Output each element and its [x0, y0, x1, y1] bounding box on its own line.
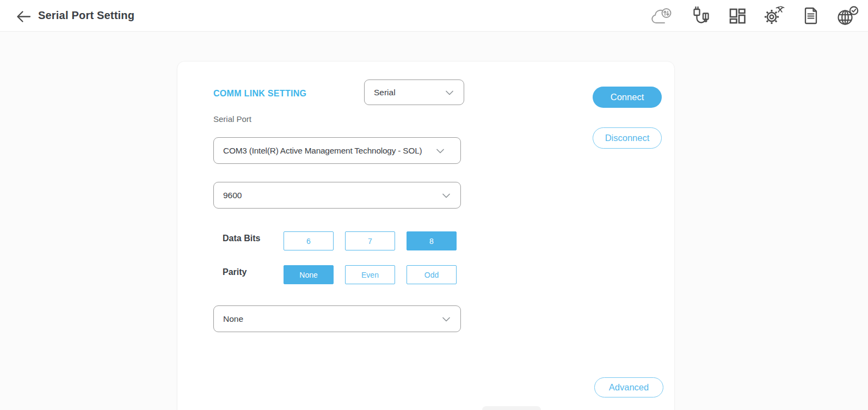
header-bar: Serial Port Setting: [0, 0, 868, 32]
header-icon-toolbar: [650, 0, 859, 32]
globe-network-check-icon[interactable]: [836, 5, 859, 26]
cloud-sync-icon[interactable]: [650, 6, 674, 26]
flow-control-value: None: [223, 314, 243, 324]
serial-port-select[interactable]: COM3 (Intel(R) Active Management Technol…: [213, 137, 461, 164]
data-bits-label: Data Bits: [223, 234, 260, 243]
chevron-down-icon: [436, 149, 444, 154]
baud-rate-select[interactable]: 9600: [213, 182, 461, 209]
document-log-icon[interactable]: [802, 6, 820, 26]
back-arrow-icon: [16, 10, 31, 23]
data-bits-option-8[interactable]: 8: [407, 231, 457, 250]
comm-link-setting-label: COMM LINK SETTING: [213, 89, 306, 99]
page-title: Serial Port Setting: [38, 9, 134, 22]
parity-label: Parity: [223, 267, 247, 277]
chevron-down-icon: [442, 317, 450, 322]
link-type-value: Serial: [374, 88, 396, 97]
flow-control-select[interactable]: None: [213, 305, 461, 332]
disconnect-button[interactable]: Disconnect: [593, 127, 662, 149]
serial-port-label: Serial Port: [213, 114, 251, 124]
parity-option-odd[interactable]: Odd: [407, 265, 457, 284]
data-bits-option-7[interactable]: 7: [345, 231, 395, 250]
connect-button[interactable]: Connect: [593, 87, 662, 108]
chevron-down-icon: [442, 193, 450, 198]
comm-link-setting-card: COMM LINK SETTING Serial Serial Port COM…: [177, 61, 675, 410]
back-button[interactable]: [15, 9, 32, 23]
data-bits-option-6[interactable]: 6: [284, 231, 334, 250]
serial-port-value: COM3 (Intel(R) Active Management Technol…: [223, 146, 422, 156]
parity-option-even[interactable]: Even: [345, 265, 395, 284]
baud-rate-value: 9600: [223, 191, 242, 200]
usb-cable-icon[interactable]: [691, 5, 711, 26]
advanced-button[interactable]: Advanced: [594, 377, 663, 397]
drone-settings-gear-icon[interactable]: [764, 5, 785, 26]
parity-option-none[interactable]: None: [284, 265, 334, 284]
link-type-select[interactable]: Serial: [364, 79, 464, 105]
dashboard-layout-icon[interactable]: [728, 7, 747, 25]
cutoff-element: [482, 406, 541, 410]
chevron-down-icon: [446, 90, 453, 95]
